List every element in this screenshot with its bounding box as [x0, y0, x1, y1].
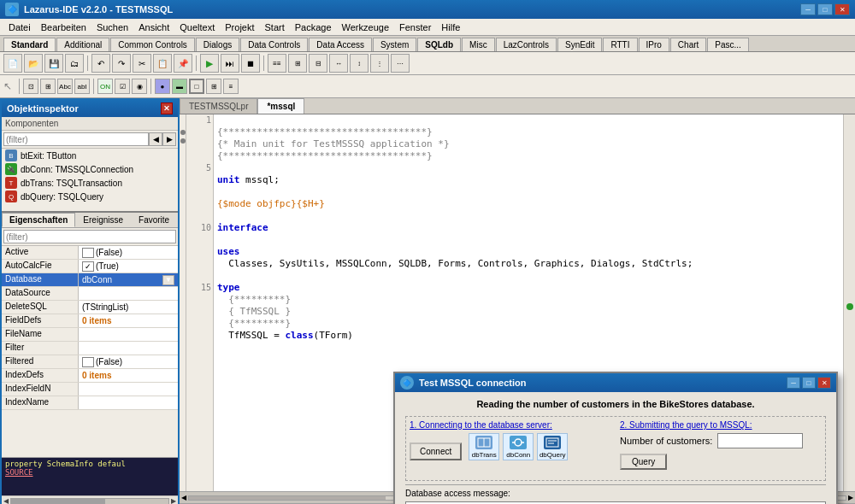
components-filter-btn2[interactable]: ▶: [162, 132, 176, 146]
menu-datei[interactable]: Datei: [3, 21, 36, 34]
editor-tab-testmssqlpr[interactable]: TESTMSSQLpr: [180, 98, 257, 114]
prop-value-filter[interactable]: [79, 342, 178, 355]
menu-bearbeiten[interactable]: Bearbeiten: [36, 21, 91, 34]
comp-btn11[interactable]: ⊞: [206, 79, 221, 94]
tab-data-controls[interactable]: Data Controls: [240, 38, 308, 51]
form-btn4[interactable]: ↔: [329, 54, 348, 73]
form-btn1[interactable]: ≡≡: [268, 54, 286, 73]
menu-hilfe[interactable]: Hilfe: [436, 21, 465, 34]
dialog-section2-title[interactable]: 2. Submitting the query to MSSQL:: [620, 420, 752, 430]
new-button[interactable]: 📄: [3, 54, 22, 73]
prop-dropdown-arrow-database[interactable]: ▼: [162, 275, 174, 285]
comp-btn1[interactable]: ⊡: [23, 79, 38, 94]
tab-rtti[interactable]: RTTI: [603, 38, 637, 51]
component-item-dbConn[interactable]: 🔌 dbConn: TMSSQLConnection: [2, 162, 178, 176]
prop-value-indexname[interactable]: [79, 396, 178, 409]
tab-ereignisse[interactable]: Ereignisse: [75, 213, 131, 227]
comp-btn8[interactable]: ●: [155, 79, 170, 94]
prop-name-filter[interactable]: Filter: [2, 342, 79, 355]
dialog-comp-dbConn[interactable]: dbConn: [503, 433, 534, 460]
undo-button[interactable]: ↶: [91, 54, 110, 73]
prop-checkbox-active[interactable]: [82, 248, 94, 258]
prop-dropdown-database[interactable]: dbConn ▼: [82, 275, 174, 285]
tab-dialogs[interactable]: Dialogs: [196, 38, 239, 51]
tab-common-controls[interactable]: Common Controls: [110, 38, 195, 51]
step-button[interactable]: ⏭: [221, 54, 239, 73]
prop-name-autocalc[interactable]: AutoCalcFie: [2, 260, 79, 273]
menu-fenster[interactable]: Fenster: [394, 21, 436, 34]
editor-tab-mssql[interactable]: *mssql: [257, 98, 304, 114]
prop-name-indexfieldn[interactable]: IndexFieldN: [2, 383, 79, 396]
save-all-button[interactable]: 🗂: [65, 54, 84, 73]
prop-name-indexdefs[interactable]: IndexDefs: [2, 369, 79, 382]
prop-name-filename[interactable]: FileName: [2, 328, 79, 341]
prop-value-filtered[interactable]: (False): [79, 355, 178, 368]
open-button[interactable]: 📂: [24, 54, 43, 73]
tab-sqldb[interactable]: SQLdb: [417, 38, 461, 51]
prop-name-datasource[interactable]: DataSource: [2, 287, 79, 300]
prop-name-deletesql[interactable]: DeleteSQL: [2, 301, 79, 314]
prop-name-fielddefs[interactable]: FieldDefs: [2, 314, 79, 327]
obj-scroll-right[interactable]: ▶: [171, 497, 176, 504]
minimize-button[interactable]: ─: [800, 3, 816, 15]
stop-button[interactable]: ⏹: [241, 54, 260, 73]
prop-name-database[interactable]: Database: [2, 273, 79, 286]
dialog-section1-title[interactable]: 1. Connecting to the database server:: [410, 420, 611, 430]
prop-value-filename[interactable]: [79, 328, 178, 341]
cut-button[interactable]: ✂: [133, 54, 151, 73]
components-filter-input[interactable]: [3, 132, 149, 146]
prop-value-datasource[interactable]: [79, 287, 178, 300]
comp-btn12[interactable]: ≡: [223, 79, 239, 94]
copy-button[interactable]: 📋: [153, 54, 172, 73]
prop-value-autocalc[interactable]: ✓ (True): [79, 260, 178, 273]
paste-button[interactable]: 📌: [174, 54, 192, 73]
form-btn2[interactable]: ⊞: [288, 54, 307, 73]
prop-value-indexdefs[interactable]: 0 items: [79, 369, 178, 382]
tab-synedit[interactable]: SynEdit: [557, 38, 602, 51]
customers-input[interactable]: [717, 433, 803, 448]
query-button[interactable]: Query: [620, 454, 667, 470]
prop-name-filtered[interactable]: Filtered: [2, 355, 79, 368]
scroll-left-arrow[interactable]: ◀: [181, 494, 186, 501]
comp-btn9[interactable]: ▬: [172, 79, 187, 94]
component-item-btExit[interactable]: B btExit: TButton: [2, 149, 178, 162]
dialog-minimize[interactable]: ─: [787, 377, 800, 389]
tab-chart[interactable]: Chart: [670, 38, 706, 51]
prop-name-indexname[interactable]: IndexName: [2, 396, 79, 409]
prop-name-active[interactable]: Active: [2, 246, 79, 259]
menu-queltext[interactable]: Queltext: [174, 21, 220, 34]
prop-value-fielddefs[interactable]: 0 items: [79, 314, 178, 327]
close-button[interactable]: ✕: [834, 3, 850, 15]
tab-ipro[interactable]: IPro: [639, 38, 669, 51]
form-btn3[interactable]: ⊟: [309, 54, 327, 73]
tab-additional[interactable]: Additional: [56, 38, 109, 51]
obj-scrollbar[interactable]: [10, 498, 169, 505]
menu-package[interactable]: Package: [290, 21, 337, 34]
comp-btn6[interactable]: ☑: [115, 79, 130, 94]
prop-value-indexfieldn[interactable]: [79, 383, 178, 396]
tab-standard[interactable]: Standard: [3, 38, 56, 51]
component-item-dbQuery[interactable]: Q dbQuery: TSQLQuery: [2, 190, 178, 203]
maximize-button[interactable]: □: [817, 3, 833, 15]
dialog-close[interactable]: ✕: [817, 377, 831, 389]
obj-scroll-left[interactable]: ◀: [3, 497, 9, 504]
build-button[interactable]: ▶: [200, 54, 219, 73]
form-btn5[interactable]: ↕: [350, 54, 369, 73]
menu-werkzeuge[interactable]: Werkzeuge: [337, 21, 394, 34]
save-button[interactable]: 💾: [44, 54, 63, 73]
dialog-comp-dbQuery[interactable]: dbQuery: [537, 433, 568, 460]
comp-btn2[interactable]: ⊞: [40, 79, 56, 94]
menu-start[interactable]: Start: [260, 21, 290, 34]
menu-projekt[interactable]: Projekt: [220, 21, 259, 34]
comp-btn7[interactable]: ◉: [132, 79, 147, 94]
tab-misc[interactable]: Misc: [462, 38, 495, 51]
prop-checkbox-filtered[interactable]: [82, 357, 94, 367]
comp-btn4[interactable]: abI: [74, 79, 90, 94]
menu-suchen[interactable]: Suchen: [91, 21, 133, 34]
prop-checkbox-autocalc[interactable]: ✓: [82, 261, 94, 272]
comp-btn10[interactable]: □: [189, 79, 204, 94]
prop-value-deletesql[interactable]: (TStringList): [79, 301, 178, 314]
dialog-comp-dbTrans[interactable]: dbTrans: [469, 433, 499, 460]
component-item-dbTrans[interactable]: T dbTrans: TSQLTransaction: [2, 176, 178, 190]
redo-button[interactable]: ↷: [112, 54, 131, 73]
